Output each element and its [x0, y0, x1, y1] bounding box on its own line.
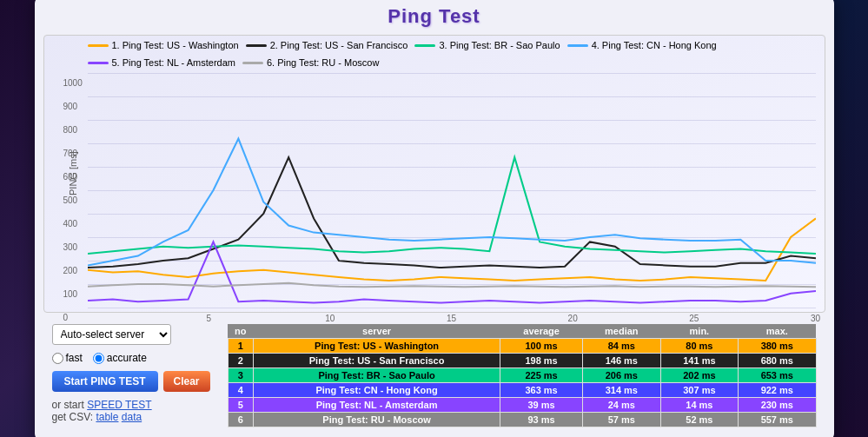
chart-area: 1. Ping Test: US - Washington2. Ping Tes… [43, 35, 825, 313]
x-tick: 5 [206, 314, 211, 323]
legend-item-6: 6. Ping Test: RU - Moscow [242, 57, 379, 68]
x-tick: 15 [447, 314, 456, 323]
accurate-radio[interactable] [93, 353, 104, 364]
results-table-container: noserveraveragemedianmin.max. 1Ping Test… [228, 324, 817, 427]
fast-label: fast [66, 352, 83, 364]
server-select[interactable]: Auto-select serverUS - WashingtonUS - Sa… [52, 324, 171, 345]
server-select-row: Auto-select serverUS - WashingtonUS - Sa… [52, 324, 210, 345]
y-tick: 800 [63, 125, 78, 135]
chart-line [88, 283, 816, 288]
table-header-server: server [254, 324, 500, 339]
x-tick: 10 [325, 314, 335, 323]
table-header-min.: min. [660, 324, 738, 339]
y-tick: 100 [63, 289, 78, 299]
csv-table-link[interactable]: table [96, 411, 118, 423]
legend-item-5: 5. Ping Test: NL - Amsterdam [88, 57, 235, 68]
controls-section: Auto-select serverUS - WashingtonUS - Sa… [43, 320, 825, 432]
chart-wrapper: PING [ms] 010020030040050060070080090010… [88, 73, 816, 308]
table-row: 3Ping Test: BR - Sao Paulo225 ms206 ms20… [228, 368, 816, 383]
legend-item-4: 4. Ping Test: CN - Hong Kong [567, 40, 717, 50]
legend-item-1: 1. Ping Test: US - Washington [88, 40, 239, 50]
table-row: 1Ping Test: US - Washington100 ms84 ms80… [228, 339, 816, 354]
left-controls: Auto-select serverUS - WashingtonUS - Sa… [52, 324, 210, 423]
chart-line [88, 218, 816, 281]
y-tick: 300 [63, 242, 78, 252]
table-row: 6Ping Test: RU - Moscow93 ms57 ms52 ms55… [228, 413, 816, 427]
y-tick: 200 [63, 266, 78, 275]
accurate-label: accurate [107, 352, 147, 364]
grid-line [88, 308, 816, 308]
page-title: Ping Test [43, 5, 825, 28]
table-header-median: median [582, 324, 660, 339]
results-table: noserveraveragemedianmin.max. 1Ping Test… [228, 324, 817, 427]
y-tick: 0 [63, 313, 69, 322]
y-tick: 1000 [63, 78, 83, 88]
or-start-text: or start [52, 399, 84, 411]
y-tick: 700 [63, 149, 78, 158]
chart-line [88, 139, 816, 266]
accuracy-radio-group: fast accurate [52, 352, 210, 364]
legend-item-2: 2. Ping Test: US - San Francisco [246, 40, 408, 50]
fast-radio-label[interactable]: fast [52, 352, 83, 364]
csv-data-link[interactable]: data [122, 411, 142, 423]
extra-links: or start SPEED TEST get CSV: table data [52, 399, 210, 423]
x-tick: 30 [811, 314, 820, 323]
table-header-no: no [228, 324, 253, 339]
table-row: 2Ping Test: US - San Francisco198 ms146 … [228, 354, 816, 368]
main-container: Ping Test 1. Ping Test: US - Washington2… [35, 0, 834, 437]
chart-legend: 1. Ping Test: US - Washington2. Ping Tes… [88, 40, 816, 68]
action-buttons: Start PING TEST Clear [52, 371, 210, 392]
x-tick: 20 [568, 314, 578, 323]
y-tick: 400 [63, 219, 78, 228]
table-row: 4Ping Test: CN - Hong Kong363 ms314 ms30… [228, 383, 816, 398]
get-csv-text: get CSV: [52, 411, 94, 423]
start-ping-test-button[interactable]: Start PING TEST [52, 371, 158, 392]
table-row: 5Ping Test: NL - Amsterdam39 ms24 ms14 m… [228, 398, 816, 413]
table-header-max.: max. [739, 324, 816, 339]
y-tick: 500 [63, 195, 78, 205]
fast-radio[interactable] [52, 353, 63, 364]
y-tick: 900 [63, 102, 78, 111]
accurate-radio-label[interactable]: accurate [93, 352, 147, 364]
legend-item-3: 3. Ping Test: BR - Sao Paulo [414, 40, 560, 50]
x-tick: 25 [689, 314, 699, 323]
y-tick: 600 [63, 172, 78, 182]
clear-button[interactable]: Clear [163, 371, 210, 392]
table-header-average: average [500, 324, 583, 339]
speed-test-link[interactable]: SPEED TEST [87, 399, 151, 411]
